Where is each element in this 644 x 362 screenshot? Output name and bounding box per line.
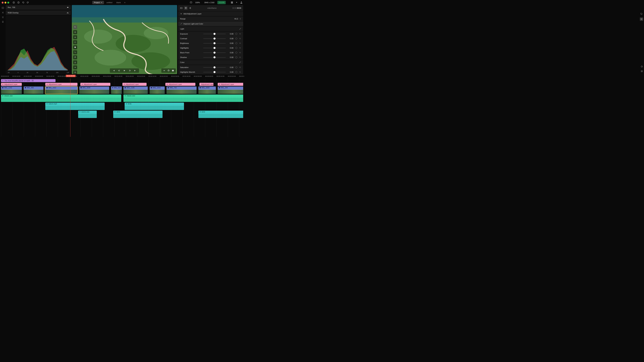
link-tool[interactable] bbox=[73, 50, 77, 54]
video-clip[interactable]: IMG_743 bbox=[166, 86, 196, 94]
timeline-ruler[interactable]: 00:01:00:0000:00:00:0000:00:10:0000:00:2… bbox=[1, 75, 243, 78]
light-slider[interactable] bbox=[203, 52, 226, 53]
video-clip[interactable]: IMG_1043 bbox=[150, 86, 165, 94]
close-window[interactable] bbox=[2, 2, 4, 3]
auto-icon[interactable] bbox=[239, 28, 241, 30]
video-clip[interactable]: IMG_1659 bbox=[198, 86, 216, 94]
reset-icon[interactable] bbox=[239, 66, 241, 68]
title-clip[interactable]: The most beautiful places on earth - 3D bbox=[1, 79, 56, 82]
reset-icon[interactable] bbox=[239, 47, 241, 49]
media-icon[interactable] bbox=[2, 7, 4, 9]
light-slider[interactable] bbox=[203, 48, 226, 48]
add-adjustment-layer-button[interactable]: Add Adjustment Layer bbox=[178, 11, 243, 16]
history-icon[interactable] bbox=[17, 1, 20, 4]
crop-tool[interactable] bbox=[73, 30, 77, 34]
prev-frame-icon[interactable] bbox=[118, 69, 120, 72]
video-clip[interactable]: IMG_1195 bbox=[124, 86, 148, 94]
video-clip[interactable]: IMG_1142 bbox=[1, 86, 22, 94]
cube-icon[interactable] bbox=[167, 69, 170, 72]
auto-icon[interactable] bbox=[239, 61, 241, 63]
light-slider[interactable] bbox=[203, 43, 226, 43]
video-clip[interactable]: IMG_1422 bbox=[45, 86, 78, 94]
audio-clip[interactable]: classic.wav bbox=[124, 94, 243, 102]
inspector-tab-audio[interactable] bbox=[189, 7, 192, 9]
light-slider[interactable] bbox=[203, 38, 226, 39]
color-slider[interactable] bbox=[203, 72, 226, 72]
range-row[interactable]: Range HLG bbox=[178, 16, 243, 21]
audio-clip[interactable]: classic.wav bbox=[1, 94, 121, 102]
project-dropdown[interactable]: Project bbox=[92, 1, 104, 4]
reset-icon[interactable] bbox=[239, 33, 241, 35]
export-icon[interactable] bbox=[240, 1, 242, 4]
light-slider[interactable] bbox=[203, 57, 226, 58]
reset-icon[interactable] bbox=[239, 52, 241, 54]
video-clip[interactable]: IMG_294 bbox=[218, 86, 243, 94]
grid-view-icon[interactable] bbox=[231, 1, 233, 4]
keyframe-toggle[interactable] bbox=[235, 37, 238, 40]
tab-untitled[interactable]: untitled bbox=[105, 1, 114, 4]
reset-icon[interactable] bbox=[239, 56, 241, 58]
keyframe-toggle[interactable] bbox=[235, 33, 238, 35]
scope-mode-row[interactable]: RGB Overlay bbox=[6, 10, 71, 15]
add-tab-button[interactable]: + bbox=[123, 1, 126, 4]
next-frame-icon[interactable] bbox=[129, 69, 131, 72]
adjustment-layer-clip[interactable]: Adjustment Layer bbox=[165, 83, 196, 86]
audio-clip[interactable]: waves.wav bbox=[78, 111, 97, 118]
keyframe-toggle[interactable] bbox=[235, 51, 238, 54]
inspector-tab-video[interactable] bbox=[180, 7, 182, 9]
cut-tool[interactable] bbox=[73, 35, 77, 39]
adjustment-layer-clip[interactable]: Adjustment Layer bbox=[1, 83, 22, 86]
pointer-tool[interactable] bbox=[73, 25, 77, 29]
playhead-timecode[interactable]: 00:01:00:00 bbox=[66, 75, 76, 77]
goto-start-icon[interactable] bbox=[112, 69, 115, 72]
fx-icon[interactable] bbox=[2, 11, 4, 14]
keyframe-toggle[interactable] bbox=[235, 66, 238, 68]
display-icon[interactable] bbox=[190, 1, 192, 4]
minimize-window[interactable] bbox=[4, 2, 6, 3]
hand-tool[interactable] bbox=[73, 55, 77, 59]
adjustment-layer-clip[interactable]: Adjustment Layer bbox=[218, 83, 243, 86]
adjustment-layer-clip[interactable]: Adjustment Layer bbox=[200, 83, 214, 86]
clock-tool[interactable] bbox=[73, 70, 77, 74]
fullscreen-icon[interactable] bbox=[172, 69, 174, 72]
maximize-window[interactable] bbox=[8, 2, 9, 3]
color-slider[interactable] bbox=[203, 67, 226, 68]
improve-button[interactable]: Improve Light and Color bbox=[178, 21, 243, 26]
video-clip[interactable]: IMG_495 bbox=[24, 86, 44, 94]
tab-blank[interactable]: blank bbox=[115, 1, 122, 4]
marker-icon[interactable] bbox=[2, 21, 4, 23]
shape-tool[interactable] bbox=[73, 60, 77, 64]
inspector-tab-color[interactable] bbox=[184, 6, 188, 10]
zoom-level[interactable]: 100% bbox=[194, 1, 201, 4]
video-clip[interactable]: IMG_1839 bbox=[79, 86, 109, 94]
transform-tool[interactable] bbox=[73, 65, 77, 69]
adjustment-layer-clip[interactable]: Adjustment Layer bbox=[45, 83, 78, 86]
keyframe-toggle[interactable] bbox=[235, 47, 238, 49]
goto-end-icon[interactable] bbox=[134, 69, 136, 72]
reset-icon[interactable] bbox=[239, 42, 241, 44]
audio-clip[interactable]: wind bbox=[198, 111, 243, 118]
undo-icon[interactable] bbox=[22, 1, 24, 4]
light-slider[interactable] bbox=[203, 34, 226, 34]
list-icon[interactable] bbox=[2, 16, 4, 18]
reset-icon[interactable] bbox=[239, 71, 241, 73]
scope-colorspace-row[interactable]: Rec. 709 bbox=[6, 5, 71, 10]
play-icon[interactable] bbox=[123, 69, 126, 72]
adjustment-layer-clip[interactable]: Adjustment Layer bbox=[80, 83, 110, 86]
keyframe-toggle[interactable] bbox=[235, 42, 238, 44]
audio-waveform-icon[interactable] bbox=[163, 69, 165, 72]
mask-tool[interactable] bbox=[73, 45, 77, 49]
record-icon[interactable] bbox=[12, 1, 15, 4]
adjustment-layer-clip[interactable]: Adjustment Layer bbox=[122, 83, 147, 86]
playhead[interactable] bbox=[70, 78, 70, 137]
audio-clip[interactable]: wind bbox=[113, 111, 162, 118]
reset-icon[interactable] bbox=[239, 37, 241, 39]
keyframe-toggle[interactable] bbox=[235, 56, 238, 58]
audio-clip[interactable]: birds bbox=[124, 103, 184, 110]
video-clip[interactable]: IMG_932 bbox=[111, 86, 122, 94]
keyframe-toggle[interactable] bbox=[235, 71, 238, 73]
sparkle-icon[interactable] bbox=[236, 1, 238, 4]
audio-clip[interactable]: nature.mp3 bbox=[45, 103, 105, 110]
redo-icon[interactable] bbox=[27, 1, 29, 4]
text-tool[interactable] bbox=[73, 40, 77, 44]
